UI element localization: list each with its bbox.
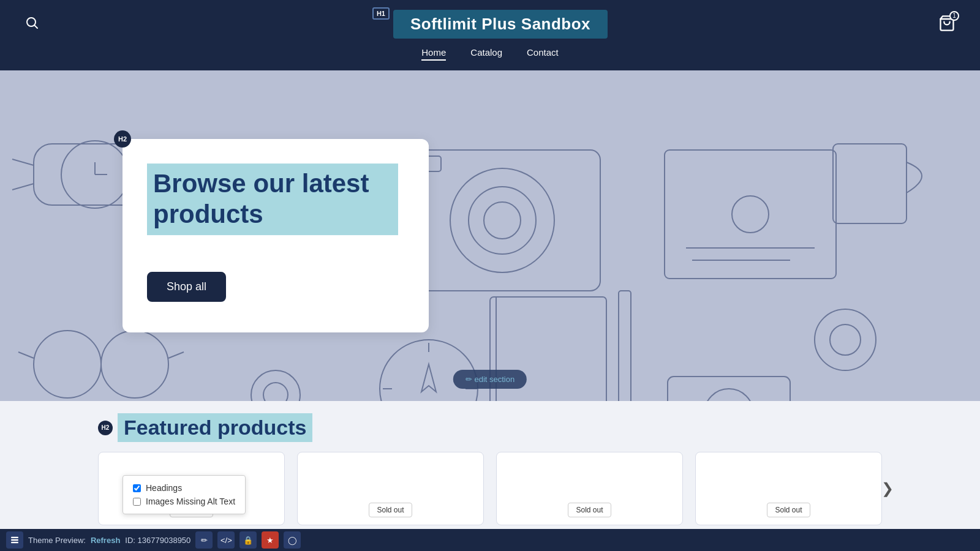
toolbar-layers-button[interactable] — [6, 531, 23, 549]
svg-line-1 — [35, 25, 37, 28]
header-top: H1 Softlimit Plus Sandbox 1 — [0, 10, 980, 39]
svg-rect-31 — [833, 144, 907, 223]
svg-line-14 — [18, 352, 34, 358]
site-title: Softlimit Plus Sandbox — [393, 10, 608, 39]
hero-heading: Browse our latest products — [147, 163, 398, 235]
toolbar-id-label: ID: 136779038950 — [125, 536, 190, 545]
headings-checkbox[interactable] — [133, 484, 141, 492]
sold-out-badge-3: Sold out — [568, 503, 611, 517]
nav-catalog[interactable]: Catalog — [470, 47, 502, 61]
nav-home[interactable]: Home — [421, 47, 446, 61]
svg-point-18 — [469, 187, 536, 254]
svg-point-26 — [704, 389, 753, 401]
layers-icon — [10, 536, 19, 544]
headings-checkbox-row: Headings — [133, 483, 235, 493]
main-nav: Home Catalog Contact — [421, 47, 558, 61]
product-card-2[interactable]: Sold out — [297, 452, 484, 525]
toolbar-edit-button[interactable]: ✏ — [195, 531, 213, 549]
images-alt-checkbox[interactable] — [133, 498, 141, 506]
toolbar-circle-button[interactable]: ◯ — [284, 531, 301, 549]
toolbar-flag-button[interactable]: ★ — [262, 531, 279, 549]
hero-card: H2 Browse our latest products Shop all — [123, 139, 429, 332]
headings-label: Headings — [146, 483, 182, 493]
sold-out-badge-2: Sold out — [369, 503, 412, 517]
cart-button[interactable]: 1 — [938, 15, 956, 34]
svg-rect-27 — [665, 150, 836, 279]
svg-line-7 — [12, 159, 34, 165]
product-card-4[interactable]: Sold out ❯ — [695, 452, 882, 525]
bottom-toolbar: Theme Preview: Refresh ID: 136779038950 … — [0, 529, 980, 551]
site-header: H1 Softlimit Plus Sandbox 1 Home Catalog… — [0, 0, 980, 70]
svg-point-19 — [484, 202, 521, 239]
nav-contact[interactable]: Contact — [527, 47, 559, 61]
svg-point-40 — [251, 370, 300, 401]
images-alt-label: Images Missing Alt Text — [146, 497, 235, 506]
featured-h2-badge: H2 — [98, 421, 113, 435]
svg-point-0 — [27, 18, 36, 26]
svg-rect-45 — [11, 537, 18, 538]
svg-point-39 — [830, 324, 861, 355]
header-title-wrapper: H1 Softlimit Plus Sandbox — [372, 10, 608, 39]
toolbar-lock-button[interactable]: 🔒 — [239, 531, 257, 549]
shop-all-button[interactable]: Shop all — [147, 272, 226, 302]
svg-point-12 — [101, 331, 168, 398]
scroll-right-icon: ❯ — [881, 480, 894, 497]
h1-badge: H1 — [372, 7, 390, 20]
cart-count: 1 — [949, 11, 959, 21]
svg-line-15 — [168, 352, 184, 358]
svg-line-8 — [12, 184, 34, 190]
toolbar-prefix: Theme Preview: — [28, 536, 86, 545]
search-icon[interactable] — [24, 15, 39, 34]
edit-section-button[interactable]: ✏ edit section — [453, 370, 527, 389]
svg-point-38 — [815, 309, 876, 370]
product-card-3[interactable]: Sold out — [496, 452, 683, 525]
checkbox-popup: Headings Images Missing Alt Text — [123, 475, 246, 514]
featured-heading-wrapper: H2 Featured products — [98, 401, 882, 442]
svg-marker-37 — [421, 364, 436, 392]
hero-h2-badge: H2 — [114, 130, 131, 148]
svg-point-17 — [450, 168, 554, 272]
toolbar-refresh-label[interactable]: Refresh — [91, 536, 120, 545]
featured-heading: Featured products — [118, 413, 312, 442]
svg-rect-46 — [11, 539, 18, 541]
toolbar-code-button[interactable]: </> — [217, 531, 235, 549]
svg-point-41 — [263, 383, 288, 401]
images-alt-checkbox-row: Images Missing Alt Text — [133, 497, 235, 506]
svg-rect-47 — [11, 542, 18, 543]
hero-section: H2 Browse our latest products Shop all ✏… — [0, 70, 980, 401]
svg-point-30 — [732, 196, 769, 233]
svg-rect-24 — [619, 291, 631, 401]
svg-point-11 — [34, 331, 101, 398]
sold-out-badge-4: Sold out — [767, 503, 810, 517]
